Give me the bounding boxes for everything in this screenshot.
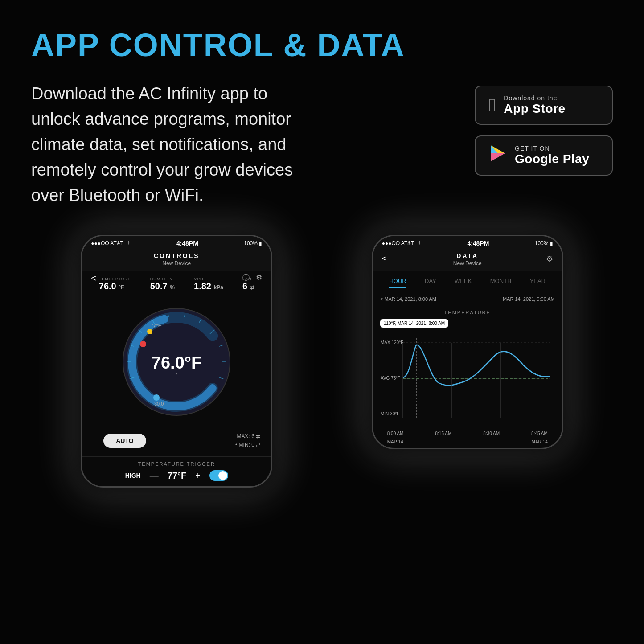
trigger-label: TEMPERATURE TRIGGER: [82, 461, 271, 467]
page-title: APP CONTROL & DATA: [31, 27, 613, 63]
svg-point-20: [147, 329, 152, 334]
svg-text:30.0: 30.0: [154, 401, 164, 406]
google-play-sub-label: GET IT ON: [515, 145, 589, 152]
tab-year[interactable]: YEAR: [530, 278, 546, 288]
data-tabs: HOUR DAY WEEK MONTH YEAR: [373, 271, 562, 291]
controls-status-left: ●●●OO AT&T ⇡: [91, 240, 131, 246]
phones-section: ●●●OO AT&T ⇡ 4:48PM 100% ▮ < CONTROLS Ne…: [31, 235, 613, 488]
chart-x-labels: 8:00 AM 8:15 AM 8:30 AM 8:45 AM: [380, 429, 555, 438]
controls-header: < CONTROLS New Device ⓘ ⚙: [82, 249, 271, 271]
svg-point-21: [140, 341, 146, 347]
controls-bottom-row: AUTO MAX: 6 ⇄ • MIN: 0 ⇄: [82, 429, 271, 456]
google-play-main-label: Google Play: [515, 152, 589, 166]
date-right: MAR 14, 2021, 9:00 AM: [503, 296, 555, 302]
data-settings-icon[interactable]: ⚙: [546, 254, 553, 264]
chart-x-bottom: MAR 14 MAR 14: [380, 438, 555, 448]
app-store-main-label: App Store: [504, 102, 565, 116]
x-date-4: MAR 14: [532, 439, 548, 444]
description-text: Download the AC Infinity app to unlock a…: [31, 81, 308, 208]
top-section: Download the AC Infinity app to unlock a…: [31, 81, 613, 208]
trigger-toggle[interactable]: [209, 470, 228, 481]
tab-day[interactable]: DAY: [425, 278, 436, 288]
controls-status-bar: ●●●OO AT&T ⇡ 4:48PM 100% ▮: [82, 236, 271, 249]
info-icon[interactable]: ⓘ: [242, 273, 250, 283]
svg-text:MAX 120°F: MAX 120°F: [381, 340, 403, 345]
stat-humidity: HUMIDITY 50.7 %: [150, 277, 175, 291]
trigger-value-display: 77°F: [168, 471, 186, 481]
data-header: < DATA New Device ⚙: [373, 249, 562, 271]
controls-status-right: 100% ▮: [244, 240, 262, 246]
x-label-2: 8:15 AM: [435, 431, 452, 436]
controls-back-button[interactable]: <: [91, 273, 96, 283]
stat-vpd: VPD 1.82 kPa: [194, 277, 223, 291]
date-left: < MAR 14, 2021, 8:00 AM: [380, 296, 436, 302]
data-date-range: < MAR 14, 2021, 8:00 AM MAR 14, 2021, 9:…: [373, 291, 562, 305]
svg-point-22: [153, 394, 160, 401]
chart-title: TEMPERATURE: [380, 310, 555, 315]
trigger-minus-button[interactable]: —: [150, 471, 159, 481]
chart-tooltip: 110°F, MAR 14, 2021, 8:00 AM: [380, 319, 448, 328]
data-status-bar: ●●●OO AT&T ⇡ 4:48PM 100% ▮: [373, 236, 562, 249]
settings-icon[interactable]: ⚙: [256, 273, 262, 283]
svg-text:77°F: 77°F: [151, 323, 161, 328]
data-screen-sub: New Device: [382, 260, 553, 267]
controls-header-icons: ⓘ ⚙: [242, 273, 262, 283]
temperature-gauge: 76.0°F ° 77°F 30.0: [82, 295, 271, 429]
trigger-plus-button[interactable]: +: [195, 471, 201, 481]
tab-hour[interactable]: HOUR: [389, 278, 406, 288]
data-status-right: 100% ▮: [535, 240, 553, 246]
max-min-display: MAX: 6 ⇄ • MIN: 0 ⇄: [235, 432, 260, 449]
controls-screen-sub: New Device: [91, 260, 262, 267]
controls-screen-title: CONTROLS: [91, 252, 262, 259]
svg-text:MIN 30°F: MIN 30°F: [381, 411, 399, 416]
google-play-icon: [489, 144, 507, 167]
tab-month[interactable]: MONTH: [490, 278, 512, 288]
app-store-text: Download on the App Store: [504, 94, 565, 116]
controls-phone: ●●●OO AT&T ⇡ 4:48PM 100% ▮ < CONTROLS Ne…: [81, 235, 272, 488]
data-status-center: 4:48PM: [467, 240, 489, 247]
data-back-button[interactable]: <: [382, 254, 387, 263]
controls-phone-wrapper: ●●●OO AT&T ⇡ 4:48PM 100% ▮ < CONTROLS Ne…: [81, 235, 272, 488]
controls-status-center: 4:48PM: [176, 240, 198, 247]
data-screen-title: DATA: [382, 252, 553, 259]
data-status-left: ●●●OO AT&T ⇡: [382, 240, 422, 246]
x-label-1: 8:00 AM: [387, 431, 404, 436]
temperature-trigger: TEMPERATURE TRIGGER HIGH — 77°F +: [82, 456, 271, 486]
x-label-4: 8:45 AM: [531, 431, 548, 436]
gauge-svg: 76.0°F ° 77°F 30.0: [114, 299, 239, 424]
page: APP CONTROL & DATA Download the AC Infin…: [0, 0, 644, 644]
trigger-type-label: HIGH: [125, 472, 141, 479]
data-chart-area: TEMPERATURE 110°F, MAR 14, 2021, 8:00 AM…: [373, 305, 562, 448]
max-display: MAX: 6 ⇄: [235, 432, 260, 441]
x-date-1: MAR 14: [387, 439, 403, 444]
auto-button[interactable]: AUTO: [103, 434, 146, 448]
data-phone: ●●●OO AT&T ⇡ 4:48PM 100% ▮ < DATA New De…: [372, 235, 563, 449]
app-store-sub-label: Download on the: [504, 94, 565, 102]
min-display: • MIN: 0 ⇄: [235, 441, 260, 449]
x-label-3: 8:30 AM: [483, 431, 500, 436]
temperature-chart-svg: MAX 120°F AVG 75°F MIN 30°F: [380, 329, 555, 427]
trigger-row: HIGH — 77°F +: [82, 470, 271, 481]
app-store-button[interactable]:  Download on the App Store: [475, 86, 613, 125]
apple-icon: : [489, 94, 496, 116]
store-buttons:  Download on the App Store: [475, 86, 613, 176]
svg-text:AVG 75°F: AVG 75°F: [381, 376, 400, 381]
data-phone-wrapper: ●●●OO AT&T ⇡ 4:48PM 100% ▮ < DATA New De…: [372, 235, 563, 449]
google-play-text: GET IT ON Google Play: [515, 145, 589, 166]
tab-week[interactable]: WEEK: [455, 278, 472, 288]
svg-text:76.0°F: 76.0°F: [152, 353, 201, 372]
stat-temperature: TEMPERTURE 76.0 °F: [99, 277, 131, 291]
svg-text:°: °: [176, 372, 178, 379]
google-play-button[interactable]: GET IT ON Google Play: [475, 135, 613, 176]
